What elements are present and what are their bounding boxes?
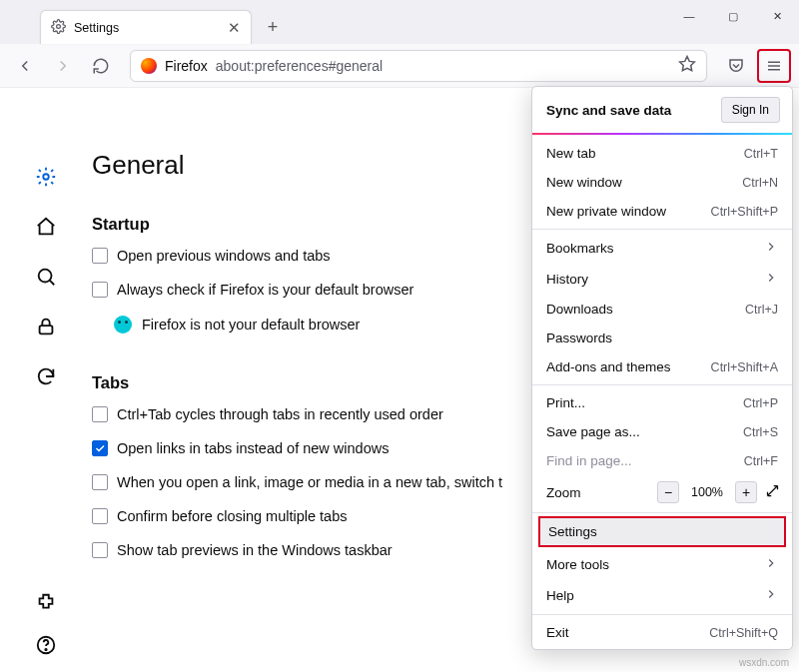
- mi-more-tools[interactable]: More tools: [532, 549, 792, 580]
- menu-separator: [532, 229, 792, 230]
- back-button[interactable]: [8, 49, 42, 83]
- category-rail: [0, 88, 92, 672]
- pocket-icon[interactable]: [719, 49, 753, 83]
- checkbox[interactable]: [92, 542, 108, 558]
- menu-separator: [532, 614, 792, 615]
- sync-title: Sync and save data: [546, 103, 671, 118]
- zoom-label: Zoom: [546, 485, 649, 500]
- maximize-button[interactable]: ▢: [711, 0, 755, 32]
- url-brand: Firefox: [165, 58, 208, 74]
- mi-print[interactable]: Print...Ctrl+P: [532, 388, 792, 417]
- chevron-right-icon: [764, 587, 778, 604]
- checkbox[interactable]: [92, 248, 108, 264]
- menu-sync-header: Sync and save data Sign In: [532, 87, 792, 133]
- zoom-out-button[interactable]: −: [657, 481, 679, 503]
- checkbox-checked[interactable]: [92, 440, 108, 456]
- checkbox[interactable]: [92, 474, 108, 490]
- tab-label: Settings: [74, 21, 220, 35]
- sad-face-icon: [114, 316, 132, 334]
- rail-sync-icon[interactable]: [35, 365, 57, 387]
- svg-point-0: [57, 24, 61, 28]
- app-menu-panel: Sync and save data Sign In New tabCtrl+T…: [531, 86, 793, 650]
- menu-separator: [532, 384, 792, 385]
- svg-rect-7: [40, 326, 53, 334]
- mi-passwords[interactable]: Passwords: [532, 324, 792, 352]
- mi-new-tab[interactable]: New tabCtrl+T: [532, 139, 792, 168]
- forward-button[interactable]: [46, 49, 80, 83]
- opt-label: Show tab previews in the Windows taskbar: [117, 542, 393, 558]
- rail-search-icon[interactable]: [35, 266, 57, 288]
- svg-point-6: [39, 270, 52, 283]
- url-text: about:preferences#general: [216, 58, 383, 74]
- opt-label: Always check if Firefox is your default …: [117, 282, 413, 298]
- reload-button[interactable]: [84, 49, 118, 83]
- mi-bookmarks[interactable]: Bookmarks: [532, 233, 792, 264]
- minimize-button[interactable]: —: [667, 0, 711, 32]
- fullscreen-icon[interactable]: [765, 483, 780, 501]
- svg-point-9: [45, 649, 46, 650]
- mi-downloads[interactable]: DownloadsCtrl+J: [532, 295, 792, 324]
- bookmark-star-icon[interactable]: [678, 55, 696, 76]
- rail-home-icon[interactable]: [35, 216, 57, 238]
- chevron-right-icon: [764, 240, 778, 257]
- window-controls: — ▢ ✕: [667, 0, 799, 32]
- chevron-right-icon: [764, 271, 778, 288]
- rail-privacy-icon[interactable]: [35, 316, 57, 337]
- new-tab-button[interactable]: +: [258, 12, 288, 42]
- status-text: Firefox is not your default browser: [142, 317, 360, 333]
- checkbox[interactable]: [92, 282, 108, 298]
- nav-toolbar: Firefox about:preferences#general: [0, 44, 799, 88]
- mi-new-window[interactable]: New windowCtrl+N: [532, 168, 792, 197]
- checkbox[interactable]: [92, 406, 108, 422]
- mi-help[interactable]: Help: [532, 580, 792, 611]
- url-bar[interactable]: Firefox about:preferences#general: [130, 50, 707, 82]
- close-button[interactable]: ✕: [755, 0, 799, 32]
- tab-close-icon[interactable]: ✕: [228, 19, 241, 37]
- opt-label: Open previous windows and tabs: [117, 248, 331, 264]
- mi-exit[interactable]: ExitCtrl+Shift+Q: [532, 618, 792, 647]
- gear-icon: [51, 19, 66, 37]
- mi-new-private[interactable]: New private windowCtrl+Shift+P: [532, 197, 792, 226]
- firefox-logo-icon: [141, 58, 157, 74]
- zoom-in-button[interactable]: +: [735, 481, 757, 503]
- opt-label: Confirm before closing multiple tabs: [117, 508, 348, 524]
- rail-extensions-icon[interactable]: [35, 592, 57, 614]
- rail-general-icon[interactable]: [35, 166, 57, 188]
- mi-zoom: Zoom − 100% +: [532, 475, 792, 509]
- chevron-right-icon: [764, 556, 778, 573]
- mi-settings[interactable]: Settings: [538, 516, 786, 547]
- gradient-separator: [532, 133, 792, 135]
- mi-save[interactable]: Save page as...Ctrl+S: [532, 417, 792, 446]
- menu-separator: [532, 512, 792, 513]
- opt-label: When you open a link, image or media in …: [117, 474, 502, 490]
- app-menu-button[interactable]: [757, 49, 791, 83]
- zoom-value: 100%: [687, 485, 727, 499]
- watermark: wsxdn.com: [739, 657, 789, 668]
- checkbox[interactable]: [92, 508, 108, 524]
- opt-label: Open links in tabs instead of new window…: [117, 440, 389, 456]
- mi-addons[interactable]: Add-ons and themesCtrl+Shift+A: [532, 352, 792, 381]
- svg-marker-1: [680, 57, 695, 71]
- rail-help-icon[interactable]: [35, 634, 57, 656]
- svg-point-5: [43, 174, 49, 180]
- opt-label: Ctrl+Tab cycles through tabs in recently…: [117, 406, 443, 422]
- sign-in-button[interactable]: Sign In: [721, 97, 780, 123]
- mi-find[interactable]: Find in page...Ctrl+F: [532, 446, 792, 475]
- mi-history[interactable]: History: [532, 264, 792, 295]
- tab-settings[interactable]: Settings ✕: [40, 10, 252, 44]
